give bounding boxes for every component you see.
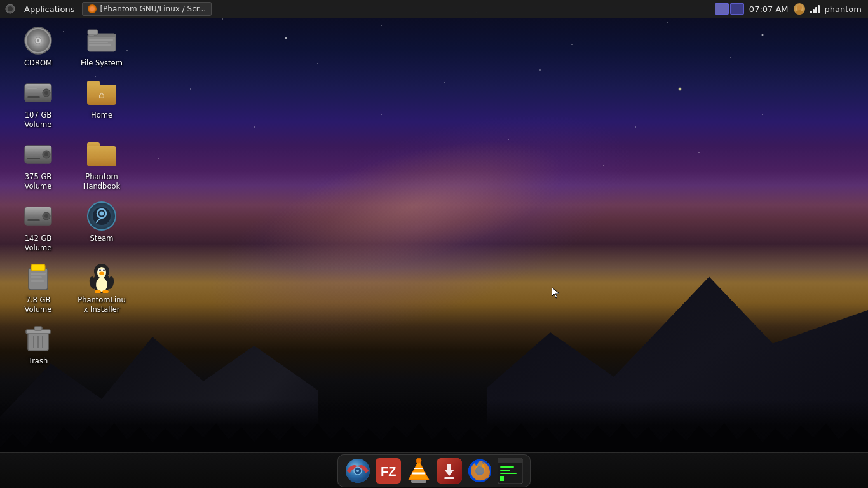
phantom-linux-label: PhantomLinux Installer <box>76 295 127 315</box>
menubar-left: Applications [Phantom GNU/Linux / Scr... <box>0 2 715 16</box>
phantom-handbook-icon-img <box>86 139 117 170</box>
flash-icon-img <box>23 262 53 293</box>
home-icon-img: ⌂ <box>86 78 117 108</box>
tux-svg <box>88 262 116 293</box>
icon-row-5: Trash <box>10 320 187 369</box>
desktop-icon-steam[interactable]: Steam <box>73 198 130 256</box>
desktop-icon-7gb[interactable]: 7.8 GB Volume <box>10 259 67 318</box>
desktop-icon-phantom-handbook[interactable]: Phantom Handbook <box>73 136 130 194</box>
icon-row-1: 107 GB Volume ⌂ Home <box>10 74 187 133</box>
desktop-icon-107gb[interactable]: 107 GB Volume <box>10 74 67 133</box>
user-avatar <box>794 3 805 15</box>
svg-rect-72 <box>444 477 454 479</box>
filesystem-icon-img <box>86 25 117 56</box>
phantom-icon <box>5 4 15 14</box>
svg-point-24 <box>44 152 48 156</box>
desktop-icon-filesystem[interactable]: File System <box>73 22 130 71</box>
user-icon-svg <box>794 3 805 15</box>
steam-icon-img-wrap <box>86 201 117 231</box>
browser-tab[interactable]: [Phantom GNU/Linux / Scr... <box>82 2 212 16</box>
tab-favicon <box>88 4 97 13</box>
svg-point-44 <box>99 269 100 271</box>
folder-body: ⌂ <box>87 85 116 105</box>
terminal-svg <box>498 458 523 484</box>
hdd107-icon-img <box>23 78 53 108</box>
375gb-label: 375 GB Volume <box>13 172 64 191</box>
workspace-switcher[interactable] <box>715 3 744 15</box>
svg-point-68 <box>416 458 421 463</box>
svg-rect-78 <box>498 461 523 463</box>
home-folder-shape: ⌂ <box>87 81 116 105</box>
svg-point-29 <box>44 214 48 218</box>
icon-row-4: 7.8 GB Volume <box>10 259 187 318</box>
signal-bar-1 <box>810 11 812 13</box>
7gb-label: 7.8 GB Volume <box>13 295 64 315</box>
cdrom-label: CDROM <box>24 58 52 68</box>
desktop-icon-home[interactable]: ⌂ Home <box>73 74 130 133</box>
svg-point-3 <box>796 10 803 15</box>
hdd142-icon-img <box>23 201 53 231</box>
svg-point-1 <box>8 6 13 11</box>
transmission-svg <box>437 458 462 484</box>
signal-bar-2 <box>813 9 815 13</box>
menubar-right: 07:07 AM phantom <box>715 3 868 15</box>
signal-bar-4 <box>818 5 820 13</box>
trash-svg <box>25 324 51 353</box>
svg-text:FZ: FZ <box>381 464 396 478</box>
trash-label: Trash <box>29 356 48 366</box>
dock-thunderbird[interactable] <box>344 458 371 484</box>
firefox-svg <box>467 458 492 484</box>
dock-firefox[interactable] <box>466 458 493 484</box>
svg-point-47 <box>96 278 107 292</box>
svg-rect-30 <box>27 219 40 221</box>
icon-row-0: CDROM File System <box>10 22 187 71</box>
desktop-icon-375gb[interactable]: 375 GB Volume <box>10 136 67 194</box>
svg-rect-36 <box>31 273 46 274</box>
desktop-icon-phantom-linux[interactable]: PhantomLinux Installer <box>73 259 130 318</box>
filezilla-svg: FZ <box>376 458 401 484</box>
icon-row-2: 375 GB Volume Phantom Handbook <box>10 136 187 194</box>
svg-rect-19 <box>27 96 40 98</box>
workspace-1[interactable] <box>715 3 729 15</box>
dock-vlc[interactable] <box>405 458 432 484</box>
tux-icon-img <box>86 262 117 293</box>
dock-terminal[interactable] <box>497 458 524 484</box>
hdd375-svg <box>24 142 53 166</box>
svg-rect-20 <box>27 88 37 89</box>
workspace-2[interactable] <box>730 3 744 15</box>
dock: FZ <box>337 454 531 487</box>
dock-transmission[interactable] <box>436 458 463 484</box>
desktop-icon-trash[interactable]: Trash <box>10 320 67 369</box>
svg-rect-13 <box>89 44 111 46</box>
107gb-label: 107 GB Volume <box>13 111 64 130</box>
svg-point-18 <box>44 91 48 95</box>
trash-icon-img <box>23 323 53 354</box>
142gb-label: 142 GB Volume <box>13 234 64 253</box>
icon-row-3: 142 GB Volume Steam <box>10 198 187 256</box>
svg-point-45 <box>103 269 104 271</box>
svg-rect-37 <box>31 276 42 278</box>
svg-rect-35 <box>31 264 45 271</box>
dock-filezilla[interactable]: FZ <box>375 458 402 484</box>
applications-menu[interactable]: Applications <box>19 3 79 15</box>
svg-point-7 <box>37 39 39 42</box>
svg-rect-11 <box>89 39 113 41</box>
cdrom-svg <box>24 26 53 55</box>
vlc-svg <box>406 458 431 484</box>
svg-rect-82 <box>500 476 504 481</box>
filesystem-svg <box>87 29 116 53</box>
desktop-icon-cdrom[interactable]: CDROM <box>10 22 67 71</box>
menubar: Applications [Phantom GNU/Linux / Scr...… <box>0 0 868 18</box>
svg-point-61 <box>356 470 359 472</box>
hdd375-icon-img <box>23 139 53 170</box>
svg-rect-34 <box>29 268 48 290</box>
home-label: Home <box>91 111 112 120</box>
folder-body-ph <box>87 146 116 166</box>
app-menu-icon <box>4 3 17 15</box>
svg-rect-57 <box>34 327 42 330</box>
username-label: phantom <box>825 4 862 14</box>
filesystem-label: File System <box>81 58 123 68</box>
svg-point-75 <box>475 466 484 475</box>
svg-point-2 <box>797 5 802 10</box>
desktop-icon-142gb[interactable]: 142 GB Volume <box>10 198 67 256</box>
